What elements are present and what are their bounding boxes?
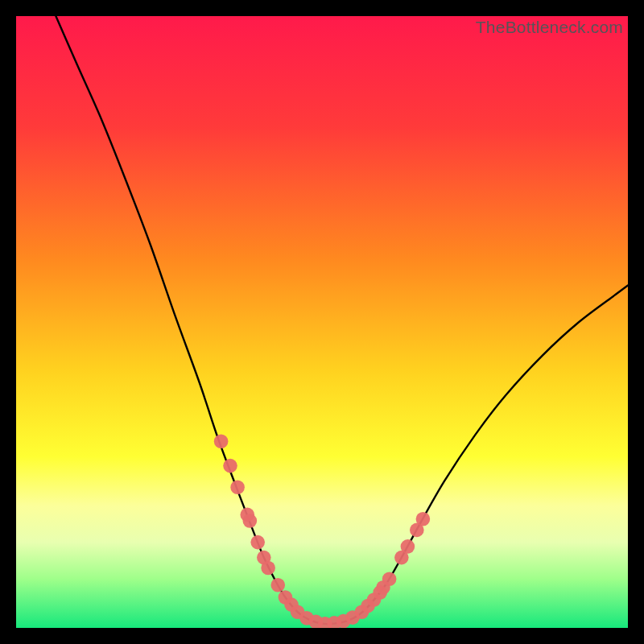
chart-svg	[16, 16, 628, 628]
data-point	[416, 512, 431, 526]
data-point	[243, 514, 258, 528]
data-point	[214, 434, 229, 448]
chart-frame: TheBottleneck.com	[16, 16, 628, 628]
watermark-text: TheBottleneck.com	[476, 18, 623, 37]
data-point	[250, 535, 265, 550]
data-point	[230, 480, 245, 494]
data-point	[401, 539, 415, 554]
data-point	[270, 578, 285, 592]
data-point	[261, 561, 275, 576]
chart-background	[16, 16, 628, 628]
data-point	[223, 459, 237, 473]
data-point	[382, 572, 397, 586]
